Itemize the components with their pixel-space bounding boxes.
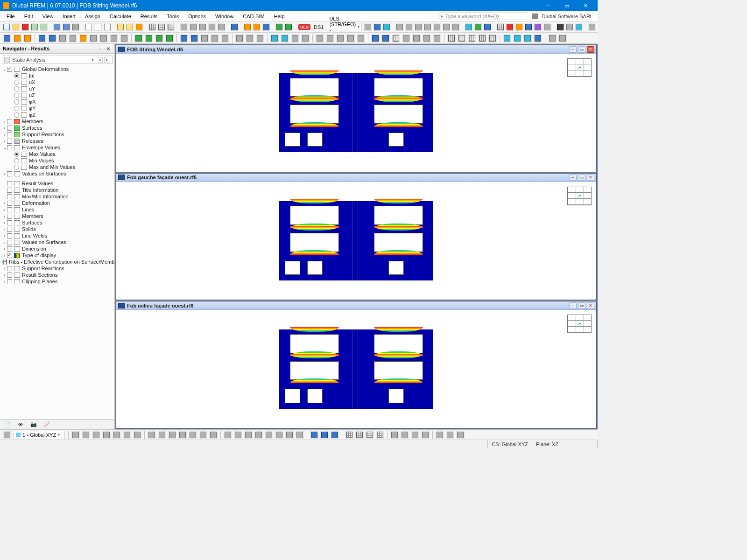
tool-h5-icon[interactable] <box>534 23 542 31</box>
menu-help[interactable]: Help <box>269 12 289 21</box>
dtool-9[interactable] <box>89 34 98 42</box>
nav-tab-graph-icon[interactable]: 📈 <box>41 420 52 429</box>
dtool-48[interactable] <box>523 34 532 42</box>
bt-22[interactable] <box>285 431 294 439</box>
tool-h6-icon[interactable] <box>543 23 551 31</box>
tool-g1-icon[interactable] <box>465 23 472 31</box>
viewer-close-button[interactable]: ✕ <box>587 46 594 53</box>
tree-phiz[interactable]: φZ <box>1 112 113 118</box>
dtool-35[interactable] <box>381 34 390 42</box>
bt-5[interactable] <box>102 431 111 439</box>
dtool-49[interactable] <box>534 34 542 42</box>
dtool-21[interactable] <box>221 34 229 42</box>
tree-display-clipping-planes[interactable]: ›Clipping Planes <box>1 278 113 285</box>
tool-i1-icon[interactable] <box>557 23 564 31</box>
bt-11[interactable] <box>168 431 176 439</box>
tool-e1-icon[interactable] <box>383 23 390 31</box>
tool-f1-icon[interactable] <box>396 23 403 31</box>
viewer-minimize-button[interactable]: ─ <box>569 46 577 53</box>
load-combo-dropdown[interactable]: ULS (STR/GEO) - Permane... <box>327 23 362 31</box>
tool-g3-icon[interactable] <box>484 23 491 31</box>
menu-edit[interactable]: Edit <box>20 12 38 21</box>
dtool-33[interactable] <box>357 34 365 42</box>
viewer-canvas[interactable]: -Y <box>116 54 596 172</box>
tree-maxmin-values[interactable]: Max and Min Values <box>1 164 113 170</box>
dtool-1[interactable] <box>3 34 11 42</box>
tool-g2-icon[interactable] <box>474 23 482 31</box>
nav-tab-data-icon[interactable]: 📄 <box>2 420 13 429</box>
tree-surfaces[interactable]: ›Surfaces <box>1 125 113 131</box>
tree-releases[interactable]: ›Releases <box>1 138 113 144</box>
bt-7[interactable] <box>123 431 131 439</box>
menu-insert[interactable]: Insert <box>58 12 80 21</box>
viewer-canvas[interactable]: -Y <box>116 310 596 428</box>
dtool-27[interactable] <box>291 34 299 42</box>
tool-i3-icon[interactable] <box>575 23 583 31</box>
bt-34[interactable] <box>421 431 430 439</box>
dtool-50[interactable] <box>548 34 557 42</box>
tool-i2-icon[interactable] <box>566 23 573 31</box>
tool-prev-icon[interactable] <box>364 23 372 31</box>
tool-page2-icon[interactable] <box>94 23 102 31</box>
dtool-25[interactable] <box>270 34 279 42</box>
tree-display-values-on-surfaces[interactable]: ›Values on Surfaces <box>1 239 113 245</box>
dtool-30[interactable] <box>326 34 334 42</box>
menu-cad-bim[interactable]: CAD-BIM <box>238 12 269 21</box>
tree-display-ribs-effective-contribution-on-surface-member[interactable]: ›Ribs - Effective Contribution on Surfac… <box>1 259 113 265</box>
dtool-26[interactable] <box>281 34 289 42</box>
bt-29[interactable] <box>366 431 374 439</box>
dtool-3[interactable] <box>23 34 32 42</box>
tree-min-values[interactable]: Min Values <box>1 157 113 164</box>
tree-ux[interactable]: uX <box>1 79 113 85</box>
tree-uy[interactable]: uY <box>1 85 113 92</box>
tool-d2-icon[interactable] <box>285 23 292 31</box>
viewer-maximize-button[interactable]: ▭ <box>578 46 585 53</box>
dtool-23[interactable] <box>246 34 254 42</box>
bt-10[interactable] <box>158 431 166 439</box>
tool-redo-icon[interactable] <box>126 23 134 31</box>
bt-3[interactable] <box>82 431 90 439</box>
nav-prev-icon[interactable]: ◂ <box>97 57 103 63</box>
viewer-title-bar[interactable]: Fob gauche façade ouest.rf6─▭✕ <box>116 174 596 182</box>
tool-h2-icon[interactable] <box>506 23 514 31</box>
tool-gear-icon[interactable] <box>31 23 38 31</box>
tree-display-type-of-display[interactable]: ›Type of display <box>1 252 113 259</box>
tree-phiy[interactable]: φY <box>1 105 113 112</box>
tool-grid3-icon[interactable] <box>167 23 175 31</box>
dtool-12[interactable] <box>120 34 128 42</box>
dtool-43[interactable] <box>468 34 476 42</box>
dtool-13[interactable] <box>134 34 143 42</box>
tool-page-icon[interactable] <box>85 23 92 31</box>
dtool-40[interactable] <box>433 34 441 42</box>
dtool-6[interactable] <box>58 34 67 42</box>
settings-icon[interactable] <box>532 14 538 19</box>
dtool-31[interactable] <box>336 34 345 42</box>
dtool-24[interactable] <box>256 34 264 42</box>
tree-members[interactable]: ›Members <box>1 118 113 125</box>
dtool-10[interactable] <box>99 34 108 42</box>
bt-1[interactable] <box>3 431 11 439</box>
tree-display-result-sections[interactable]: ›Result Sections <box>1 272 113 278</box>
tool-c1-icon[interactable] <box>244 23 251 31</box>
ds-label[interactable]: DS1 <box>314 24 324 30</box>
dtool-41[interactable] <box>447 34 456 42</box>
dtool-29[interactable] <box>316 34 324 42</box>
dtool-51[interactable] <box>558 34 567 42</box>
tree-display-dimension[interactable]: ›Dimension <box>1 245 113 252</box>
tool-b3-icon[interactable] <box>199 23 206 31</box>
tool-d1-icon[interactable] <box>275 23 283 31</box>
dtool-11[interactable] <box>110 34 118 42</box>
dtool-22[interactable] <box>235 34 244 42</box>
menu-assign[interactable]: Assign <box>80 12 105 21</box>
bt-32[interactable] <box>401 431 409 439</box>
bt-16[interactable] <box>224 431 232 439</box>
tree-values-on-surfaces[interactable]: ›Values on Surfaces <box>1 170 113 177</box>
menu-options[interactable]: Options <box>183 12 211 21</box>
tool-grid2-icon[interactable] <box>158 23 165 31</box>
viewer-close-button[interactable]: ✕ <box>587 174 594 181</box>
keyword-search-input[interactable]: Type a keyword (Alt+Q) <box>438 12 527 20</box>
dtool-20[interactable] <box>211 34 219 42</box>
tool-page3-icon[interactable] <box>104 23 111 31</box>
dtool-7[interactable] <box>69 34 77 42</box>
viewer-title-bar[interactable]: Fob milieu façade ouest.rf6─▭✕ <box>116 301 596 310</box>
